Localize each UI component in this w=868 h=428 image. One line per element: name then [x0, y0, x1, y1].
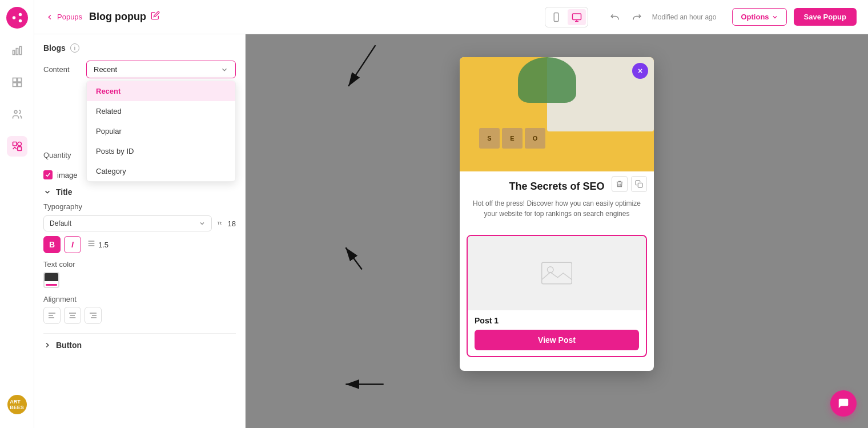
alignment-buttons	[43, 307, 236, 324]
svg-point-10	[14, 110, 17, 113]
content-label: Content	[43, 65, 81, 74]
plant-image	[518, 57, 576, 103]
canvas-area: × S E O The Se	[246, 34, 868, 428]
font-size-value: 18	[228, 219, 236, 228]
content-dropdown-menu: Recent Related Popular Posts by ID Categ…	[86, 81, 236, 182]
content-dropdown-wrapper: Recent Recent Related Popular Posts by I…	[86, 61, 236, 78]
popup-delete-button[interactable]	[612, 176, 628, 192]
dropdown-option-recent[interactable]: Recent	[87, 81, 235, 101]
svg-point-2	[18, 19, 22, 23]
post-image-placeholder	[468, 236, 646, 310]
image-label: image	[57, 171, 77, 179]
avatar-text: ARTBEES	[10, 399, 24, 410]
info-icon[interactable]: i	[70, 43, 79, 53]
blogs-title: Blogs	[43, 43, 66, 53]
image-checkbox[interactable]	[43, 170, 53, 179]
dropdown-option-popular[interactable]: Popular	[87, 121, 235, 141]
device-toggle	[545, 7, 588, 27]
left-navigation: ARTBEES	[0, 0, 34, 428]
post-card-body: Post 1 View Post	[468, 310, 646, 356]
svg-rect-14	[554, 13, 558, 21]
alignment-label: Alignment	[43, 295, 236, 303]
text-color-label: Text color	[43, 260, 236, 269]
button-section-header[interactable]: Button	[43, 341, 236, 350]
svg-point-12	[17, 142, 21, 146]
svg-rect-3	[13, 50, 14, 55]
seo-tile-o: O	[525, 128, 545, 149]
dropdown-option-posts-by-id[interactable]: Posts by ID	[87, 141, 235, 161]
redo-button[interactable]	[628, 9, 645, 26]
text-style-row: B I 1.5	[43, 236, 236, 253]
align-right-button[interactable]	[85, 307, 102, 324]
svg-rect-33	[542, 262, 572, 284]
chat-bubble-button[interactable]	[830, 390, 857, 417]
view-post-button[interactable]: View Post	[475, 330, 639, 350]
quantity-label: Quantity	[43, 151, 81, 159]
svg-rect-7	[17, 78, 21, 82]
svg-point-0	[12, 16, 15, 19]
line-height-wrapper: 1.5	[87, 239, 108, 250]
title-section-label: Title	[56, 187, 73, 197]
content-row: Content Recent Recent Related Popular Po…	[43, 61, 236, 78]
mobile-view-button[interactable]	[547, 9, 565, 25]
history-controls	[606, 9, 645, 26]
options-label: Options	[741, 13, 769, 21]
nav-item-users[interactable]	[7, 104, 27, 125]
sidebar-panel: Blogs i Content Recent Recent Related Po…	[34, 34, 246, 428]
popup-hero-image: S E O	[460, 57, 654, 171]
divider	[43, 333, 236, 334]
align-left-button[interactable]	[43, 307, 61, 324]
svg-rect-32	[638, 183, 642, 187]
bold-button[interactable]: B	[43, 236, 61, 253]
save-popup-button[interactable]: Save Popup	[794, 8, 857, 26]
edit-title-icon[interactable]	[151, 11, 160, 23]
nav-item-analytics[interactable]	[7, 40, 27, 61]
undo-button[interactable]	[606, 9, 624, 26]
popup-copy-button[interactable]	[631, 176, 647, 192]
typography-font-row: Default Tt 18	[43, 215, 236, 231]
content-dropdown[interactable]: Recent	[86, 61, 236, 78]
seo-tile-e: E	[502, 128, 523, 149]
page-title: Blog popup	[89, 11, 160, 23]
seo-tiles: S E O	[479, 128, 545, 149]
alignment-section: Alignment	[43, 295, 236, 324]
italic-button[interactable]: I	[64, 236, 81, 253]
svg-rect-8	[13, 83, 17, 87]
post-card-title: Post 1	[475, 316, 639, 325]
content-area: Blogs i Content Recent Recent Related Po…	[34, 34, 868, 428]
app-logo[interactable]	[6, 7, 28, 29]
line-height-value: 1.5	[98, 241, 108, 249]
text-color-swatch[interactable]	[43, 272, 59, 288]
typography-label: Typography	[43, 202, 236, 211]
desktop-view-button[interactable]	[568, 9, 586, 25]
svg-rect-16	[572, 14, 581, 20]
svg-line-37	[345, 247, 361, 269]
back-button[interactable]: Popups	[46, 13, 82, 21]
options-button[interactable]: Options	[732, 8, 786, 26]
nav-item-shapes[interactable]	[7, 136, 27, 157]
title-section: Title Typography Default Tt 18	[43, 187, 236, 324]
svg-line-36	[348, 45, 375, 86]
font-family-select[interactable]: Default	[43, 215, 212, 231]
dropdown-option-category[interactable]: Category	[87, 161, 235, 181]
svg-rect-11	[13, 142, 17, 146]
nav-item-layout[interactable]	[7, 72, 27, 93]
popup-card: × S E O The Se	[460, 57, 654, 371]
svg-rect-4	[16, 49, 18, 55]
svg-rect-6	[13, 78, 17, 82]
panel-section-title: Blogs i	[43, 43, 236, 53]
title-collapse-header[interactable]: Title	[43, 187, 236, 197]
popup-post-card: Post 1 View Post	[467, 235, 647, 357]
dropdown-option-related[interactable]: Related	[87, 101, 235, 121]
svg-rect-5	[19, 46, 21, 54]
popup-body: The Secrets of SEO Hot off the press! Di…	[460, 171, 654, 235]
user-avatar[interactable]: ARTBEES	[7, 395, 27, 414]
text-color-section: Text color	[43, 260, 236, 288]
header: Popups Blog popup Modified an hour	[34, 0, 868, 34]
popup-description: Hot off the press! Discover how you can …	[471, 198, 642, 219]
svg-rect-9	[17, 83, 21, 87]
seo-tile-s: S	[479, 128, 500, 149]
align-center-button[interactable]	[64, 307, 81, 324]
popup-close-button[interactable]: ×	[632, 63, 648, 79]
back-label: Popups	[57, 13, 82, 21]
